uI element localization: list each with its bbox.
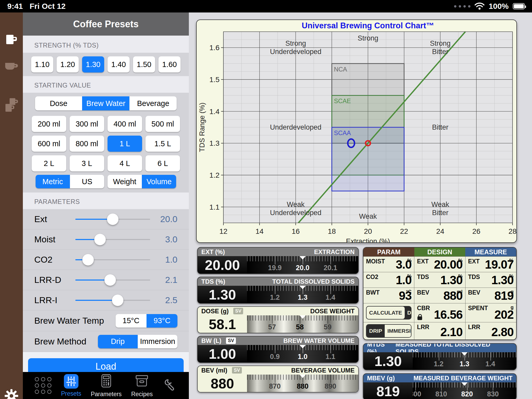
gear-icon[interactable] [4,389,19,399]
cell-label: TDS [468,274,480,281]
volume-option-400-ml[interactable]: 400 ml [108,116,142,132]
mode-weight[interactable]: Weight [108,175,142,188]
ruler-label: 890 [324,382,336,390]
slider-row-co2: CO21.0 [23,250,189,270]
segment-dose[interactable]: Dose [35,96,82,110]
toggle-option[interactable]: CALCULATE [367,307,405,319]
cell-value: 19.07 [485,257,514,271]
slider-lrr-i[interactable] [75,295,150,306]
gauge-ruler[interactable]: 800810820830 [413,382,516,399]
slider-label: LRR-D [34,275,75,285]
gauge-sublabel: DOSE WEIGHT [310,308,355,315]
volume-option-3-l[interactable]: 3 L [70,155,104,171]
cell-value: 20.00 [434,257,463,271]
toggle-calculate-design[interactable]: CALCULATEDESIGN [366,306,411,320]
volume-option-1-l[interactable]: 1 L [108,136,142,152]
cell-label: LRR [468,324,480,331]
volume-option-500-ml[interactable]: 500 ml [145,116,180,132]
table-cell: TDS%1.30 [465,272,516,288]
cell-label: BEV [417,289,429,296]
volume-option-1.5-l[interactable]: 1.5 L [145,136,180,152]
toggle-option[interactable]: DESIGN [405,307,412,319]
chart-title: Universal Brewing Control Chart™ [302,21,434,30]
slider-thumb[interactable] [107,214,118,225]
strength-option-1.20[interactable]: 1.20 [57,56,79,72]
table-cell: CALCULATEDESIGN [363,303,414,322]
gauge-ruler[interactable]: 1.21.31.4 [413,352,516,370]
slider-co2[interactable] [75,254,150,265]
table-cell: EXT%19.07 [465,257,516,272]
method-drip[interactable]: Drip [98,335,138,348]
table-row: CO2%1.0TDS%1.30TDS%1.30 [363,272,516,288]
volume-option-600-ml[interactable]: 600 ml [32,136,66,152]
chart-x-axis-title: Extraction (%) [346,237,390,242]
gauge-value: 1.30 [198,286,247,303]
mug-icon[interactable] [5,33,18,46]
cell-label: MOIST [366,258,385,265]
volume-option-4-l[interactable]: 4 L [108,155,142,171]
mode-volume[interactable]: Volume [142,175,176,188]
gauge-sublabel: BEVERAGE VOLUME [291,367,355,374]
temp-15-c[interactable]: 15°C [116,314,147,328]
method-immersion[interactable]: Immersion [138,335,178,348]
slider-lrr-d[interactable] [75,274,150,286]
measure-column: PARAMDESIGNMEASUREMOIST%3.0EXT%20.00EXT%… [363,247,517,399]
ruler-label: 1.2 [434,360,444,368]
unit-us[interactable]: US [70,175,104,188]
slider-ext[interactable] [75,214,150,225]
segment-beverage[interactable]: Beverage [129,96,177,110]
table-cell: LRR2.10 [414,322,465,340]
volume-option-800-ml[interactable]: 800 ml [70,136,104,152]
volume-option-2-l[interactable]: 2 L [32,155,66,171]
slider-row-lrr-d: LRR-D2.1 [23,270,189,290]
gauge-value: 1.30 [363,352,413,370]
slider-thumb[interactable] [94,234,106,245]
region-scaa [332,127,404,191]
table-cell: LRR2.80 [465,322,516,340]
strength-option-1.50[interactable]: 1.50 [133,56,155,72]
cell-value: 2.10 [440,325,463,339]
zone-label: Weak [431,201,449,208]
ruler-label: 59 [324,323,331,331]
sv-badge: SV [232,367,242,374]
table-cell: BEVml880 [414,288,465,303]
slider-moist[interactable] [75,234,150,245]
gauge-ruler[interactable]: 19.920.020.1 [247,256,358,274]
strength-option-1.40[interactable]: 1.40 [108,56,130,72]
tab-presets[interactable]: Presets [61,374,81,397]
table-cell: DRIPIMMERSION [363,322,414,340]
volume-option-200-ml[interactable]: 200 ml [32,116,66,132]
gauge-ruler[interactable]: 1.21.31.4 [247,286,358,303]
volume-option-6-l[interactable]: 6 L [145,155,180,171]
toggle-option[interactable]: IMMERSION [385,325,411,337]
cell-label: BWT [366,289,380,296]
sliders-icon [64,374,78,389]
toggle-option[interactable]: DRIP [367,325,385,337]
segment-brew-water[interactable]: Brew Water [82,96,129,110]
double-mug-icon[interactable] [4,98,19,114]
chart-y-axis-title: TDS Range (%) [198,103,206,152]
gauge-ruler[interactable]: 0.91.01.1 [247,345,358,362]
tab-wrench-icon[interactable] [162,378,177,393]
strength-option-1.30[interactable]: 1.30 [82,56,104,72]
tab-grid-dots-icon[interactable] [35,377,51,394]
temp-93-c[interactable]: 93°C [147,314,178,328]
x-tick-label: 28 [508,227,516,235]
toggle-drip-immersion[interactable]: DRIPIMMERSION [366,324,411,338]
slider-thumb[interactable] [82,254,94,265]
unit-metric[interactable]: Metric [36,175,70,188]
slider-thumb[interactable] [112,295,123,306]
tab-parameters[interactable]: Parameters [91,374,122,398]
slider-value: 1.0 [150,255,177,265]
ruler-label: 830 [487,390,499,398]
table-row: DRIPIMMERSIONLRR2.10LRR2.80 [363,322,516,340]
espresso-cup-icon[interactable] [4,61,19,73]
slider-thumb[interactable] [104,274,116,286]
gauge-mtds: MTDS (%)MEASURED TOTAL DISSOLVED SOLIDS1… [363,343,517,370]
tab-recipes[interactable]: Recipes [131,374,153,398]
gauge-ruler[interactable]: 575859 [247,315,358,333]
gauge-ruler[interactable]: 870880890 [247,375,358,392]
volume-option-300-ml[interactable]: 300 ml [70,116,104,132]
strength-option-1.10[interactable]: 1.10 [31,56,53,72]
strength-option-1.60[interactable]: 1.60 [158,56,181,72]
